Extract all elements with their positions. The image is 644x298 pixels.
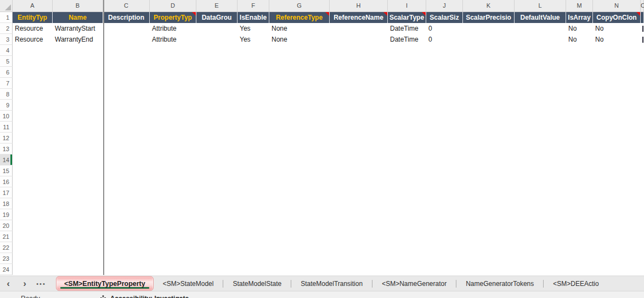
column-letter-M[interactable]: M	[566, 0, 593, 12]
cell-J2[interactable]: 0	[426, 23, 463, 34]
cell-D2[interactable]: Attribute	[150, 23, 196, 34]
row-number-18[interactable]: 18	[0, 198, 13, 209]
header-cell-Description[interactable]: Description	[103, 12, 150, 23]
column-letter-E[interactable]: E	[196, 0, 238, 12]
column-letter-I[interactable]: I	[388, 0, 426, 12]
column-letter-L[interactable]: L	[515, 0, 566, 12]
select-all-corner[interactable]	[0, 0, 13, 12]
status-bar: Ready Accessibility: Investigate	[0, 291, 644, 298]
row-number-24[interactable]: 24	[0, 264, 13, 275]
tab-scroll-right-button[interactable]: ›	[16, 277, 33, 291]
column-letter-F[interactable]: F	[238, 0, 269, 12]
cell-A3[interactable]: Resource	[13, 34, 53, 45]
header-cell-EntityTyp[interactable]: EntityTyp	[13, 12, 53, 23]
row-number-9[interactable]: 9	[0, 100, 13, 111]
column-letter-N[interactable]: N	[593, 0, 641, 12]
sheet-tab-sm-statemodel[interactable]: <SM>StateModel	[154, 276, 223, 291]
cell-F2[interactable]: Yes	[238, 23, 269, 34]
cell-G2[interactable]: None	[269, 23, 330, 34]
cell-I2[interactable]: DateTime	[388, 23, 426, 34]
sheet-tab-namegeneratortokens[interactable]: NameGeneratorTokens	[456, 276, 543, 291]
row-number-21[interactable]: 21	[0, 231, 13, 242]
row-number-23[interactable]: 23	[0, 253, 13, 264]
cell-B3[interactable]: WarrantyEnd	[53, 34, 103, 45]
accessibility-icon	[99, 295, 107, 298]
header-cell-ReferenceName[interactable]: ReferenceName	[330, 12, 388, 23]
comment-indicator-icon	[192, 12, 196, 16]
header-cell-PropertyTyp[interactable]: PropertyTyp	[150, 12, 196, 23]
header-cell-ScalarPrecisio[interactable]: ScalarPrecisio	[463, 12, 515, 23]
column-letter-H[interactable]: H	[330, 0, 388, 12]
column-header-strip: ABCDEFGHIJKLMNO	[0, 0, 644, 12]
cell-D3[interactable]: Attribute	[150, 34, 196, 45]
row-number-5[interactable]: 5	[0, 56, 13, 67]
header-cell-ScalarType[interactable]: ScalarType	[388, 12, 426, 23]
column-letter-D[interactable]: D	[150, 0, 196, 12]
row-number-6[interactable]: 6	[0, 67, 13, 78]
row-number-7[interactable]: 7	[0, 78, 13, 89]
row-number-22[interactable]: 22	[0, 242, 13, 253]
cell-J3[interactable]: 0	[426, 34, 463, 45]
row-number-4[interactable]: 4	[0, 45, 13, 56]
sheet-tab-sm-namegenerator[interactable]: <SM>NameGenerator	[372, 276, 456, 291]
sheet-tab-sm-deeactio[interactable]: <SM>DEEActio	[544, 276, 608, 291]
cell-A2[interactable]: Resource	[13, 23, 53, 34]
comment-indicator-icon	[422, 12, 426, 16]
freeze-pane-divider	[103, 0, 104, 275]
active-row-stripe	[10, 154, 12, 165]
header-cell-ReferenceType[interactable]: ReferenceType	[269, 12, 330, 23]
cell-F3[interactable]: Yes	[238, 34, 269, 45]
accessibility-label: Accessibility: Investigate	[110, 295, 189, 298]
column-letter-C[interactable]: C	[103, 0, 150, 12]
row-number-15[interactable]: 15	[0, 165, 13, 176]
row-number-3[interactable]: 3	[0, 34, 13, 45]
column-letter-B[interactable]: B	[53, 0, 103, 12]
header-cell-O[interactable]	[641, 12, 644, 23]
row-number-column: 123456789101112131415161718192021222324	[0, 12, 13, 275]
cell-G3[interactable]: None	[269, 34, 330, 45]
sheet-tab-statemodeltransition[interactable]: StateModelTransition	[291, 276, 372, 291]
accessibility-check-button[interactable]: Accessibility: Investigate	[99, 295, 189, 298]
sheet-tab-active[interactable]: <SM>EntityTypeProperty	[56, 276, 154, 291]
header-cell-CopyOnClon[interactable]: CopyOnClon	[593, 12, 641, 23]
column-letter-K[interactable]: K	[463, 0, 515, 12]
row-number-14[interactable]: 14	[0, 154, 13, 165]
more-sheets-icon[interactable]: •••	[33, 280, 49, 287]
header-cell-ScalarSiz[interactable]: ScalarSiz	[426, 12, 463, 23]
header-cell-Name[interactable]: Name	[53, 12, 103, 23]
inactive-sheet-tabs: <SM>StateModelStateModelStateStateModelT…	[154, 276, 608, 291]
header-cell-IsEnable[interactable]: IsEnable	[238, 12, 269, 23]
row-number-8[interactable]: 8	[0, 89, 13, 100]
column-letter-A[interactable]: A	[13, 0, 53, 12]
cell-N3[interactable]: No	[593, 34, 641, 45]
cell-B2[interactable]: WarrantyStart	[53, 23, 103, 34]
tab-scroll-left-button[interactable]: ‹	[0, 277, 16, 291]
row-number-10[interactable]: 10	[0, 111, 13, 122]
cell-I3[interactable]: DateTime	[388, 34, 426, 45]
cell-M3[interactable]: No	[566, 34, 593, 45]
spreadsheet-window: ABCDEFGHIJKLMNO 123456789101112131415161…	[0, 0, 644, 298]
header-cell-IsArray[interactable]: IsArray	[566, 12, 593, 23]
row-number-16[interactable]: 16	[0, 176, 13, 187]
status-ready-label: Ready	[21, 295, 40, 298]
header-cell-DefaultValue[interactable]: DefaultValue	[515, 12, 566, 23]
sheet-tab-statemodelstate[interactable]: StateModelState	[223, 276, 291, 291]
comment-indicator-icon	[383, 12, 387, 16]
column-letter-G[interactable]: G	[269, 0, 330, 12]
header-cell-DataGrou[interactable]: DataGrou	[196, 12, 238, 23]
column-letter-O[interactable]: O	[641, 0, 644, 12]
column-letter-J[interactable]: J	[426, 0, 463, 12]
row-number-2[interactable]: 2	[0, 23, 13, 34]
row-number-19[interactable]: 19	[0, 209, 13, 220]
row-number-20[interactable]: 20	[0, 220, 13, 231]
sheet-tab-bar: ‹ › ••• <SM>EntityTypeProperty <SM>State…	[0, 276, 644, 291]
cell-M2[interactable]: No	[566, 23, 593, 34]
row-number-11[interactable]: 11	[0, 122, 13, 133]
row-number-17[interactable]: 17	[0, 187, 13, 198]
active-tab-label: <SM>EntityTypeProperty	[64, 280, 145, 288]
row-number-13[interactable]: 13	[0, 144, 13, 154]
row-number-1[interactable]: 1	[0, 12, 13, 23]
comment-indicator-icon	[636, 12, 640, 16]
cell-N2[interactable]: No	[593, 23, 641, 34]
row-number-12[interactable]: 12	[0, 133, 13, 144]
